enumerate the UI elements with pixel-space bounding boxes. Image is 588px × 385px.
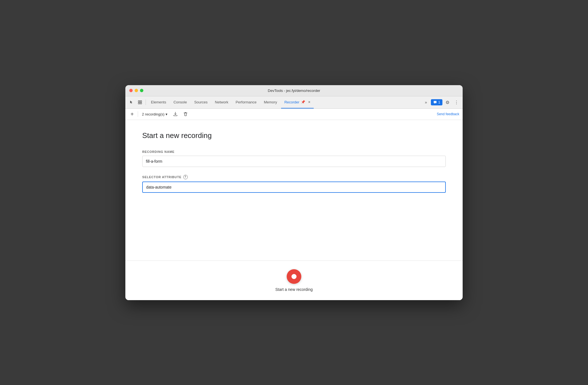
tab-sources[interactable]: Sources xyxy=(191,96,211,108)
devtools-tab-bar: Elements Console Sources Network Perform… xyxy=(125,96,463,109)
send-feedback-link[interactable]: Send feedback xyxy=(437,112,459,116)
selector-attribute-label: SELECTOR ATTRIBUTE ? xyxy=(142,175,446,179)
recording-name-input[interactable] xyxy=(142,156,446,167)
recorder-toolbar: + 2 recording(s) ▾ Send feedback xyxy=(125,109,463,120)
tab-network[interactable]: Network xyxy=(212,96,232,108)
more-tabs-button[interactable]: » xyxy=(422,98,430,106)
recording-name-group: RECORDING NAME xyxy=(142,150,446,167)
settings-button[interactable]: ⚙ xyxy=(444,98,451,106)
tab-right-actions: » 1 ⚙ ⋮ xyxy=(422,98,460,106)
cursor-icon-btn[interactable] xyxy=(128,98,135,106)
recording-count-label: 2 recording(s) xyxy=(142,112,164,116)
maximize-button[interactable] xyxy=(140,89,143,92)
tab-recorder[interactable]: Recorder 📌 × xyxy=(281,96,314,108)
toolbar-divider xyxy=(138,111,138,117)
start-recording-button[interactable] xyxy=(287,269,301,284)
traffic-lights xyxy=(129,89,143,92)
more-options-button[interactable]: ⋮ xyxy=(453,98,460,106)
title-bar: DevTools - jec.fyi/demo/recorder xyxy=(125,85,463,96)
svg-rect-1 xyxy=(138,103,140,104)
recording-name-label: RECORDING NAME xyxy=(142,150,446,153)
pin-icon: 📌 xyxy=(301,100,305,104)
svg-rect-2 xyxy=(140,101,142,102)
tab-console[interactable]: Console xyxy=(170,96,190,108)
svg-rect-0 xyxy=(138,101,140,102)
add-recording-button[interactable]: + xyxy=(129,111,135,117)
recording-selector[interactable]: 2 recording(s) ▾ xyxy=(140,111,169,117)
selector-attribute-input[interactable] xyxy=(142,182,446,193)
bottom-section: Start a new recording xyxy=(125,261,463,300)
selector-attribute-group: SELECTOR ATTRIBUTE ? xyxy=(142,175,446,193)
tab-memory[interactable]: Memory xyxy=(261,96,281,108)
window-title: DevTools - jec.fyi/demo/recorder xyxy=(268,89,320,93)
record-icon xyxy=(291,274,297,279)
minimize-button[interactable] xyxy=(135,89,138,92)
inspect-icon-btn[interactable] xyxy=(136,98,144,106)
tab-performance[interactable]: Performance xyxy=(232,96,260,108)
page-title: Start a new recording xyxy=(142,131,446,140)
main-content: Start a new recording RECORDING NAME SEL… xyxy=(125,120,463,261)
tab-elements[interactable]: Elements xyxy=(148,96,169,108)
start-recording-label: Start a new recording xyxy=(275,287,313,292)
close-button[interactable] xyxy=(129,89,133,92)
export-button[interactable] xyxy=(171,110,179,118)
chat-count: 1 xyxy=(438,100,440,104)
help-icon[interactable]: ? xyxy=(183,175,188,179)
chat-button[interactable]: 1 xyxy=(431,99,442,105)
tab-close-icon[interactable]: × xyxy=(308,100,310,104)
delete-button[interactable] xyxy=(182,110,189,118)
svg-rect-3 xyxy=(140,103,142,104)
chevron-down-icon: ▾ xyxy=(166,112,168,116)
tab-divider xyxy=(146,99,146,105)
devtools-window: DevTools - jec.fyi/demo/recorder Element… xyxy=(125,85,463,300)
